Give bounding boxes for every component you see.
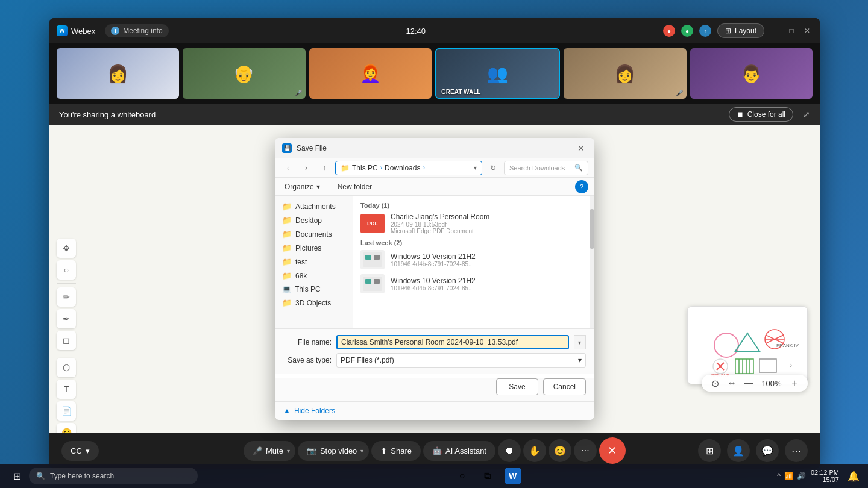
thumbnail-4-active[interactable]: 👥 GREAT WALL [435, 48, 560, 99]
caption-controls: CC ▾ [61, 441, 99, 461]
svg-rect-23 [374, 279, 380, 284]
nav-back-button[interactable]: ‹ [281, 161, 295, 175]
caption-button[interactable]: CC ▾ [61, 441, 99, 461]
sidebar-desktop[interactable]: 📁 Desktop [275, 213, 353, 227]
svg-rect-22 [365, 279, 371, 284]
dialog-toolbar: Organize ▾ New folder ? [275, 178, 594, 196]
thumbnail-label-4: GREAT WALL [441, 89, 480, 95]
more-options-button[interactable]: ⋯ [785, 439, 808, 462]
maximize-button[interactable]: □ [786, 25, 797, 36]
sidebar-3dobjects-label: 3D Objects [295, 299, 331, 307]
sidebar-desktop-label: Desktop [295, 216, 322, 225]
participants-button[interactable]: 👤 [727, 439, 750, 462]
close-button[interactable]: ✕ [802, 25, 813, 36]
dialog-title-text: Save File [297, 144, 327, 152]
layout-icon-btn[interactable]: ⊞ [698, 439, 721, 462]
taskbar-middle: ○ ⧉ W [451, 465, 524, 487]
breadcrumb-dropdown[interactable]: ▾ [474, 164, 477, 171]
svg-rect-20 [374, 255, 380, 260]
reactions-button[interactable]: ✋ [523, 439, 546, 462]
lastweek-header: Last week (2) [353, 237, 594, 248]
caption-arrow: ▾ [86, 446, 90, 455]
minimize-button[interactable]: ─ [770, 25, 781, 36]
dialog-title-icon: 💾 [282, 143, 292, 153]
file-name-3: Windows 10 Version 21H2 [391, 277, 587, 285]
taskbar-search-icon[interactable]: ○ [451, 465, 474, 487]
taskbar-search[interactable]: 🔍 Type here to search [29, 468, 198, 484]
taskbar-webex-icon[interactable]: W [502, 465, 524, 487]
file-name-row: File name: ▾ [283, 335, 586, 349]
refresh-button[interactable]: ↻ [486, 161, 500, 175]
nav-forward-button[interactable]: › [299, 161, 313, 175]
organize-arrow: ▾ [316, 183, 320, 191]
dialog-overlay: 💾 Save File ✕ ‹ › ↑ 📁 This PC › Download… [49, 125, 820, 433]
record-button[interactable]: ⏺ [498, 439, 521, 462]
organize-button[interactable]: Organize ▾ [281, 181, 324, 192]
nav-up-button[interactable]: ↑ [317, 161, 332, 175]
more-button[interactable]: ··· [574, 439, 597, 462]
files-scrollbar[interactable] [590, 196, 594, 328]
save-button[interactable]: Save [496, 378, 538, 395]
close-for-all-button[interactable]: ⏹ Close for all [729, 107, 793, 122]
files-scroll[interactable]: Today (1) PDF Charlie Jiang's Personal R… [353, 196, 594, 328]
sound-icon[interactable]: 🔊 [797, 472, 806, 480]
ai-label: AI Assistant [445, 446, 486, 455]
thumbnail-6[interactable]: 👨 [690, 48, 813, 99]
taskbar-multitask-icon[interactable]: ⧉ [476, 465, 499, 487]
sidebar-test[interactable]: 📁 test [275, 255, 353, 269]
new-folder-button[interactable]: New folder [334, 181, 376, 192]
search-placeholder: Search Downloads [509, 164, 565, 172]
main-window: W Webex ℹ Meeting info 12:40 ● ● ↑ ⊞ Lay… [49, 18, 820, 469]
clock-date: 15/07 [811, 476, 839, 483]
file-type-select[interactable]: PDF Files (*.pdf) ▾ [336, 353, 586, 368]
breadcrumb-bar[interactable]: 📁 This PC › Downloads › ▾ [335, 161, 482, 175]
file-type-1: Microsoft Edge PDF Document [391, 228, 587, 234]
search-box[interactable]: Search Downloads 🔍 [504, 161, 588, 175]
breadcrumb-sep1: › [380, 164, 382, 171]
share-button[interactable]: ⬆ Share [371, 441, 421, 461]
webex-icon: W [57, 25, 68, 36]
organize-label: Organize [285, 183, 314, 191]
dialog-close-button[interactable]: ✕ [575, 142, 587, 154]
mute-arrow: ▾ [287, 448, 290, 454]
start-button[interactable]: ⊞ [5, 464, 29, 488]
hide-folders-button[interactable]: ▲ Hide Folders [283, 407, 586, 415]
taskbar-right: ^ 📶 🔊 02:12 PM 15/07 🔔 [777, 466, 863, 486]
file-name-dropdown[interactable]: ▾ [574, 335, 586, 349]
file-item-1[interactable]: PDF Charlie Jiang's Personal Room 2024-0… [353, 210, 594, 237]
help-button[interactable]: ? [575, 180, 588, 193]
dialog-title: 💾 Save File [282, 143, 327, 153]
sidebar-documents[interactable]: 📁 Documents [275, 227, 353, 241]
meeting-info-button[interactable]: ℹ Meeting info [105, 24, 168, 37]
chat-button[interactable]: 💬 [756, 439, 779, 462]
sidebar-pictures[interactable]: 📁 Pictures [275, 241, 353, 255]
svg-rect-21 [363, 277, 382, 291]
end-call-button[interactable]: ✕ [599, 437, 626, 464]
layout-button[interactable]: ⊞ Layout [717, 23, 764, 38]
sidebar-thispc[interactable]: 💻 This PC [275, 283, 353, 296]
file-date-1: 2024-09-18 13:53pdf [391, 221, 587, 228]
network-icon[interactable]: 📶 [784, 472, 793, 480]
thumbnail-5[interactable]: 👩 🎤 [564, 48, 686, 99]
sidebar-attachments[interactable]: 📁 Attachments [275, 199, 353, 213]
thumbnail-1[interactable]: 👩 [57, 48, 179, 99]
tray-arrow[interactable]: ^ [777, 472, 781, 480]
ai-assistant-button[interactable]: 🤖 AI Assistant [423, 441, 495, 461]
mute-button[interactable]: 🎤 Mute ▾ [244, 441, 295, 461]
file-name-input[interactable] [336, 335, 569, 349]
layout-icon: ⊞ [725, 27, 731, 35]
emoji-button[interactable]: 😊 [549, 439, 571, 462]
cancel-button[interactable]: Cancel [543, 378, 586, 395]
sidebar-3dobjects[interactable]: 📁 3D Objects [275, 296, 353, 310]
file-item-3[interactable]: Windows 10 Version 21H2 101946 4d4b-8c79… [353, 272, 594, 296]
sidebar-68k[interactable]: 📁 68k [275, 269, 353, 283]
title-bar: W Webex ℹ Meeting info 12:40 ● ● ↑ ⊞ Lay… [49, 18, 820, 43]
file-item-2[interactable]: Windows 10 Version 21H2 101946 4d4b-8c79… [353, 248, 594, 272]
stop-video-button[interactable]: 📷 Stop video ▾ [298, 441, 369, 461]
expand-button[interactable]: ⤢ [803, 110, 810, 119]
clock-display[interactable]: 02:12 PM 15/07 [811, 469, 839, 483]
notification-button[interactable]: 🔔 [844, 466, 863, 486]
thumbnail-2[interactable]: 👴 🎤 [183, 48, 305, 99]
thumbnail-3[interactable]: 👩‍🦰 [309, 48, 432, 99]
hide-folders-row: ▲ Hide Folders [275, 401, 594, 420]
